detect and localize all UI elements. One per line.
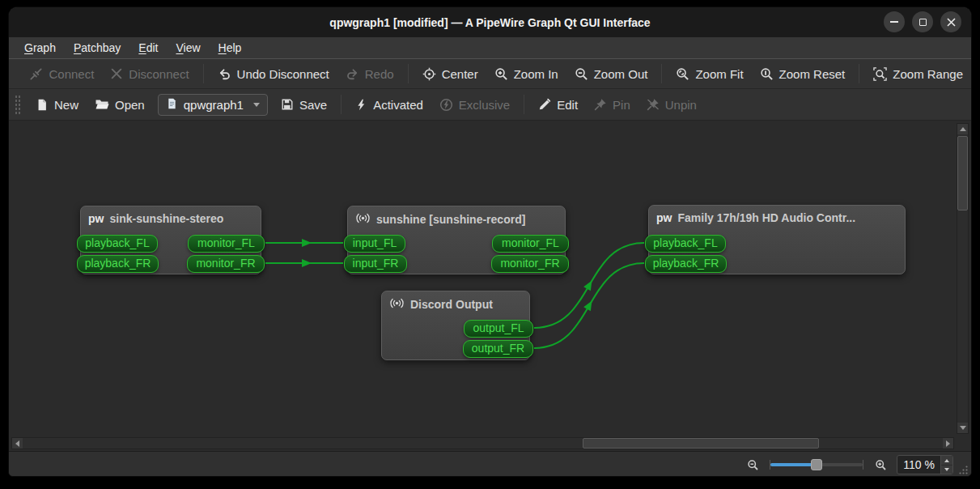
open-button[interactable]: Open [87, 92, 153, 117]
spin-up-button[interactable] [941, 456, 952, 465]
zoom-percent-spinbox[interactable]: 110 % [897, 455, 953, 474]
triangle-right-icon [946, 440, 950, 447]
port-output[interactable]: output_FL [464, 320, 533, 338]
close-button[interactable] [940, 11, 961, 32]
activated-button[interactable]: Activated [347, 92, 431, 117]
port-input[interactable]: playback_FR [645, 255, 727, 273]
node-family-hd-audio[interactable]: pw Family 17h/19h HD Audio Contr... play… [648, 205, 906, 274]
zoom-out-button[interactable]: Zoom Out [566, 62, 656, 86]
pipewire-icon: pw [656, 211, 672, 224]
redo-button[interactable]: Redo [337, 62, 402, 86]
horizontal-scrollbar[interactable] [11, 437, 954, 449]
scroll-right-button[interactable] [943, 438, 953, 449]
patchbay-file-icon [166, 97, 178, 113]
port-output[interactable]: monitor_FL [188, 235, 265, 253]
port-output[interactable]: output_FR [463, 340, 533, 358]
new-button[interactable]: New [28, 92, 87, 117]
graph-toolbar: Connect Disconnect Undo Disconnect Redo … [9, 58, 971, 89]
disconnect-icon [110, 67, 123, 80]
unpin-button[interactable]: Unpin [638, 92, 705, 117]
vertical-scrollbar[interactable] [957, 123, 969, 434]
maximize-button[interactable] [912, 11, 933, 32]
triangle-down-icon [944, 468, 949, 471]
zoom-fit-button[interactable]: Zoom Fit [668, 62, 751, 86]
triangle-up-icon [960, 127, 966, 131]
app-window: qpwgraph1 [modified] — A PipeWire Graph … [8, 6, 972, 477]
stream-icon [389, 297, 405, 312]
node-title: Family 17h/19h HD Audio Contr... [677, 211, 855, 224]
toolbar-separator [661, 64, 662, 83]
stream-icon [355, 212, 371, 227]
zoom-in-small-icon [875, 459, 887, 471]
status-bar: 110 % [9, 451, 971, 477]
edit-button[interactable]: Edit [530, 92, 586, 117]
toolbar-separator [203, 64, 204, 83]
minimize-icon [890, 21, 898, 23]
port-input[interactable]: playback_FL [77, 235, 158, 253]
zoom-range-button[interactable]: Zoom Range [865, 62, 971, 86]
vertical-scroll-thumb[interactable] [957, 136, 968, 210]
new-file-icon [36, 98, 49, 112]
toolbar-separator [859, 64, 859, 83]
node-title: Discord Output [410, 298, 493, 311]
menu-view[interactable]: View [167, 40, 209, 56]
port-output[interactable]: monitor_FL [492, 235, 569, 253]
exclusive-bolt-icon [439, 98, 453, 112]
triangle-down-icon [960, 426, 966, 430]
node-discord-output[interactable]: Discord Output output_FL output_FR [381, 291, 530, 360]
zoom-reset-icon [760, 67, 774, 81]
patchbay-select[interactable]: qpwgraph1 [158, 94, 268, 116]
zoom-out-icon [575, 67, 588, 81]
zoom-out-small-icon [747, 459, 759, 471]
exclusive-button[interactable]: Exclusive [431, 92, 518, 117]
menu-patchbay[interactable]: Patchbay [65, 40, 129, 56]
center-icon [422, 67, 436, 81]
statusbar-zoom-out-button[interactable] [743, 456, 762, 474]
triangle-up-icon [944, 459, 949, 462]
pin-button[interactable]: Pin [586, 92, 638, 117]
graph-canvas[interactable]: pw sink-sunshine-stereo playback_FL play… [9, 121, 971, 451]
zoom-slider[interactable] [769, 457, 864, 472]
port-output[interactable]: monitor_FR [491, 255, 569, 273]
redo-icon [346, 67, 359, 81]
menu-bar: Graph Patchbay Edit View Help [9, 37, 971, 58]
zoom-reset-button[interactable]: Zoom Reset [752, 62, 854, 86]
title-bar[interactable]: qpwgraph1 [modified] — A PipeWire Graph … [9, 7, 971, 37]
save-icon [281, 98, 294, 111]
node-sunshine[interactable]: sunshine [sunshine-record] input_FL inpu… [347, 206, 566, 274]
center-button[interactable]: Center [414, 62, 486, 86]
window-resize-grip[interactable] [957, 464, 969, 475]
scroll-up-button[interactable] [957, 124, 968, 134]
spin-down-button[interactable] [941, 465, 952, 474]
toolbar-separator [341, 95, 342, 114]
node-sink-sunshine-stereo[interactable]: pw sink-sunshine-stereo playback_FL play… [80, 206, 261, 274]
toolbar-drag-handle[interactable] [15, 95, 21, 114]
close-icon [947, 18, 956, 27]
connections-layer [9, 121, 971, 451]
link-output-fr-to-playback-fr [534, 263, 644, 348]
undo-icon [218, 67, 231, 81]
zoom-in-icon [494, 67, 508, 81]
menu-edit[interactable]: Edit [129, 40, 167, 56]
menu-help[interactable]: Help [210, 40, 251, 56]
port-input[interactable]: input_FL [344, 235, 405, 253]
connect-button[interactable]: Connect [21, 62, 102, 86]
horizontal-scroll-thumb[interactable] [583, 438, 819, 449]
disconnect-button[interactable]: Disconnect [102, 62, 197, 86]
zoom-slider-handle[interactable] [811, 459, 822, 470]
activated-bolt-icon [355, 98, 367, 112]
undo-disconnect-button[interactable]: Undo Disconnect [210, 62, 337, 86]
window-title: qpwgraph1 [modified] — A PipeWire Graph … [329, 16, 650, 29]
zoom-in-button[interactable]: Zoom In [486, 62, 566, 86]
statusbar-zoom-in-button[interactable] [871, 456, 890, 474]
port-input[interactable]: input_FR [344, 255, 407, 273]
port-output[interactable]: monitor_FR [187, 255, 265, 273]
minimize-button[interactable] [884, 11, 905, 32]
menu-graph[interactable]: Graph [15, 40, 65, 56]
scroll-down-button[interactable] [957, 423, 968, 433]
port-input[interactable]: playback_FR [77, 255, 159, 273]
save-button[interactable]: Save [273, 92, 335, 117]
maximize-icon [919, 19, 927, 26]
port-input[interactable]: playback_FL [645, 235, 726, 253]
scroll-left-button[interactable] [12, 438, 23, 449]
